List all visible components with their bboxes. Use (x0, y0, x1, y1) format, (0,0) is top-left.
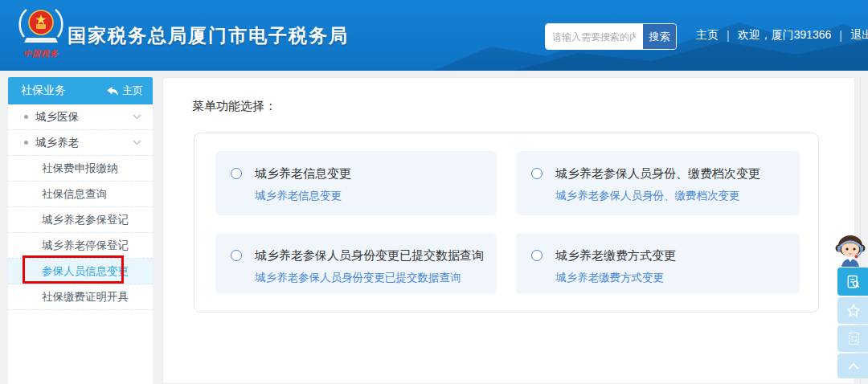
option-link[interactable]: 城乡养老参保人员身份、缴费档次变更 (555, 189, 740, 203)
option-link[interactable]: 城乡养老参保人员身份变更已提交数据查询 (255, 271, 461, 285)
sidebar-header: 社保业务 主页 (8, 77, 153, 104)
back-arrow-icon (107, 87, 118, 96)
logo-caption: 中国税务 (16, 48, 66, 59)
nav-home-link[interactable]: 主页 (696, 28, 719, 43)
option-title: 城乡养老信息变更 (255, 166, 351, 182)
bullet-icon (24, 141, 28, 145)
calculator-button[interactable] (837, 325, 868, 352)
sidebar-title: 社保业务 (21, 84, 66, 98)
option-title: 城乡养老参保人员身份、缴费档次变更 (555, 166, 760, 182)
chevron-down-icon (133, 140, 141, 145)
customer-service-avatar[interactable] (833, 232, 868, 268)
national-emblem-icon (16, 5, 66, 47)
search-input[interactable] (546, 24, 642, 49)
document-search-icon (845, 274, 862, 290)
sidebar-item-member-info-change[interactable]: 参保人员信息变更 (8, 259, 153, 284)
welcome-text: 欢迎，厦门391366 (738, 28, 832, 43)
option-title: 城乡养老参保人员身份变更已提交数据查询 (255, 248, 484, 263)
sidebar-home-link[interactable]: 主页 (107, 84, 143, 98)
option-card-identity-level-change: 城乡养老参保人员身份、缴费档次变更 城乡养老参保人员身份、缴费档次变更 (516, 151, 800, 215)
calculator-icon (846, 331, 862, 346)
option-title: 城乡养老缴费方式变更 (555, 248, 676, 263)
nav-separator: | (839, 29, 842, 42)
sidebar: 社保业务 主页 城乡医保 城乡养老 社保费申报缴纳 社保信息查询 城乡养老参保登… (8, 77, 153, 384)
option-link[interactable]: 城乡养老缴费方式变更 (555, 271, 664, 285)
site-search: 搜索 (545, 23, 677, 50)
option-link[interactable]: 城乡养老信息变更 (255, 189, 342, 203)
page-header: 中国税务 国家税务总局厦门市电子税务局 搜索 主页 | 欢迎，厦门391366 … (0, 0, 868, 71)
sidebar-item-medical-insurance[interactable]: 城乡医保 (8, 104, 153, 130)
sidebar-item-pension-enroll[interactable]: 城乡养老参保登记 (8, 207, 153, 233)
sidebar-item-pension[interactable]: 城乡养老 (8, 130, 153, 156)
back-to-top-icon (845, 360, 862, 373)
chevron-down-icon (133, 114, 141, 120)
nav-separator: | (727, 29, 730, 42)
document-search-button[interactable] (837, 268, 868, 296)
back-to-top-button[interactable] (837, 353, 868, 378)
site-title: 国家税务总局厦门市电子税务局 (68, 23, 349, 48)
tax-bureau-emblem: 中国税务 (16, 5, 66, 59)
sidebar-item-fee-declaration[interactable]: 社保费申报缴纳 (8, 156, 153, 182)
sidebar-item-info-query[interactable]: 社保信息查询 (8, 182, 153, 207)
sidebar-item-pension-stop[interactable]: 城乡养老停保登记 (8, 233, 153, 259)
options-container: 城乡养老信息变更 城乡养老信息变更 城乡养老参保人员身份、缴费档次变更 城乡养老… (194, 133, 819, 313)
radio-submitted-data-query[interactable] (231, 250, 242, 261)
bullet-icon (24, 115, 28, 119)
option-card-submitted-data-query: 城乡养老参保人员身份变更已提交数据查询 城乡养老参保人员身份变更已提交数据查询 (215, 233, 497, 294)
favorite-button[interactable] (837, 297, 868, 324)
radio-payment-method-change[interactable] (531, 250, 542, 261)
option-card-payment-method-change: 城乡养老缴费方式变更 城乡养老缴费方式变更 (516, 233, 800, 294)
nav-logout-link[interactable]: 退出 (850, 28, 868, 43)
header-nav: 主页 | 欢迎，厦门391366 | 退出 (696, 0, 868, 71)
option-card-pension-info-change: 城乡养老信息变更 城乡养老信息变更 (215, 151, 497, 215)
favorite-star-icon (845, 303, 862, 319)
radio-identity-level-change[interactable] (531, 168, 542, 179)
search-button[interactable]: 搜索 (642, 24, 676, 49)
main-content-panel: 菜单功能选择： 城乡养老信息变更 城乡养老信息变更 城乡养老参保人员身份、缴费档… (162, 77, 855, 384)
section-label: 菜单功能选择： (192, 99, 276, 114)
radio-pension-info-change[interactable] (231, 168, 242, 179)
sidebar-item-payment-certificate[interactable]: 社保缴费证明开具 (8, 284, 153, 310)
